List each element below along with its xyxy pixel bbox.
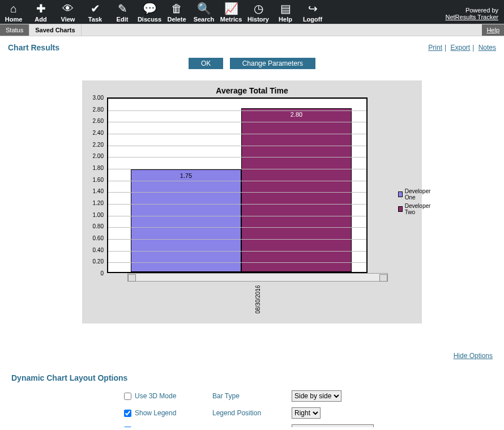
y-tick: 1.40 xyxy=(86,188,106,194)
add-icon: ✚ xyxy=(27,2,54,15)
bar-value-label: 2.80 xyxy=(242,111,351,118)
toolbar-task[interactable]: ✔Task xyxy=(82,2,109,23)
y-tick: 1.60 xyxy=(86,176,106,182)
toolbar-label: Home xyxy=(0,16,27,23)
page-title: Chart Results xyxy=(8,43,59,52)
legend-item: Developer Two xyxy=(398,203,432,215)
history-icon: ◷ xyxy=(245,2,272,15)
toolbar-label: Help xyxy=(272,16,299,23)
y-tick: 2.20 xyxy=(86,141,106,147)
show-legend-checkbox[interactable]: Show Legend xyxy=(122,407,212,419)
toolbar-home[interactable]: ⌂Home xyxy=(0,2,27,23)
powered-link[interactable]: NetResults Tracker xyxy=(445,14,498,20)
show-bar-labels-checkbox[interactable]: Show Bar Labels xyxy=(122,424,212,427)
print-link[interactable]: Print xyxy=(428,44,442,52)
bar-developer-two: 2.80 xyxy=(241,108,352,272)
bar-label-style-select[interactable]: Below xyxy=(292,424,374,427)
help-icon: ▤ xyxy=(272,2,299,15)
toolbar-edit[interactable]: ✎Edit xyxy=(109,2,136,23)
use-3d-mode-checkbox[interactable]: Use 3D Mode xyxy=(122,390,212,402)
bar-type-label: Bar Type xyxy=(212,390,292,402)
toolbar-search[interactable]: 🔍Search xyxy=(190,2,217,23)
toolbar-discuss[interactable]: 💬Discuss xyxy=(136,2,163,23)
toolbar-history[interactable]: ◷History xyxy=(245,2,272,23)
bar-value-label: 1.75 xyxy=(131,172,241,179)
y-axis: 00.200.400.600.801.001.201.401.601.802.0… xyxy=(86,97,106,316)
ok-button[interactable]: OK xyxy=(189,58,223,69)
powered-by: Powered by NetResults Tracker xyxy=(445,5,504,20)
toolbar-label: Add xyxy=(27,16,54,23)
view-icon: 👁 xyxy=(54,2,82,15)
hide-options-link[interactable]: Hide Options xyxy=(454,352,493,360)
y-tick: 1.00 xyxy=(86,211,106,218)
toolbar-label: Metrics xyxy=(217,16,245,23)
toolbar-help[interactable]: ▤Help xyxy=(272,2,299,23)
legend-item: Developer One xyxy=(398,188,432,201)
top-toolbar: ⌂Home✚Add👁View✔Task✎Edit💬Discuss🗑Delete🔍… xyxy=(0,0,504,24)
y-tick: 0.60 xyxy=(86,235,106,241)
tab-saved-charts[interactable]: Saved Charts xyxy=(29,24,81,36)
toolbar-add[interactable]: ✚Add xyxy=(27,2,54,23)
chart-h-scrollbar[interactable] xyxy=(127,273,388,282)
legend-position-select[interactable]: Right xyxy=(292,407,321,419)
bar-type-select[interactable]: Side by side xyxy=(292,390,341,402)
content-scroll[interactable]: Chart Results Print| Export| Notes OK Ch… xyxy=(0,36,504,427)
bar-developer-one: 1.75 xyxy=(131,169,241,272)
toolbar-label: Discuss xyxy=(136,16,163,23)
task-icon: ✔ xyxy=(82,2,109,15)
tab-status[interactable]: Status xyxy=(0,24,29,36)
toolbar-label: History xyxy=(245,16,272,23)
toolbar-label: Edit xyxy=(109,16,136,23)
logoff-icon: ↪ xyxy=(299,2,326,15)
y-tick: 0.80 xyxy=(86,223,106,229)
y-tick: 0 xyxy=(86,270,106,276)
toolbar-metrics[interactable]: 📈Metrics xyxy=(217,2,245,23)
y-tick: 2.40 xyxy=(86,130,106,136)
edit-icon: ✎ xyxy=(109,2,136,15)
chart-title: Average Total Time xyxy=(87,86,417,95)
swatch-icon xyxy=(398,206,403,212)
toolbar-label: Delete xyxy=(163,16,190,23)
toolbar-delete[interactable]: 🗑Delete xyxy=(163,2,190,23)
y-tick: 0.20 xyxy=(86,258,106,265)
legend-position-label: Legend Position xyxy=(212,407,292,419)
search-icon: 🔍 xyxy=(190,2,217,15)
toolbar-label: View xyxy=(54,16,82,23)
delete-icon: 🗑 xyxy=(163,2,190,15)
notes-link[interactable]: Notes xyxy=(479,44,496,52)
top-links: Print| Export| Notes xyxy=(428,44,496,52)
y-tick: 3.00 xyxy=(86,95,106,101)
toolbar-label: Logoff xyxy=(299,16,326,23)
y-tick: 1.20 xyxy=(86,200,106,206)
tab-help[interactable]: Help xyxy=(482,24,504,36)
y-tick: 1.80 xyxy=(86,165,106,171)
chart-plot: 1.752.80 xyxy=(107,97,368,273)
x-axis-label: 08/30/2016 xyxy=(127,285,388,319)
y-tick: 2.00 xyxy=(86,153,106,159)
metrics-icon: 📈 xyxy=(217,2,245,15)
chart-container: Average Total Time 00.200.400.600.801.00… xyxy=(82,80,422,323)
y-tick: 0.40 xyxy=(86,246,106,253)
toolbar-label: Search xyxy=(190,16,217,23)
bar-label-style-label: Bar Label Style xyxy=(212,424,292,427)
change-parameters-button[interactable]: Change Parameters xyxy=(230,58,315,69)
home-icon: ⌂ xyxy=(0,2,27,15)
toolbar-logoff[interactable]: ↪Logoff xyxy=(299,2,326,23)
export-link[interactable]: Export xyxy=(450,44,470,52)
y-tick: 2.80 xyxy=(86,106,106,112)
discuss-icon: 💬 xyxy=(136,2,163,15)
tab-strip: Status Saved Charts Help xyxy=(0,24,504,36)
options-title: Dynamic Chart Layout Options xyxy=(11,373,496,382)
chart-legend: Developer One Developer Two xyxy=(398,97,432,316)
toolbar-label: Task xyxy=(82,16,109,23)
y-tick: 2.60 xyxy=(86,118,106,124)
toolbar-view[interactable]: 👁View xyxy=(54,2,82,23)
swatch-icon xyxy=(398,191,403,197)
